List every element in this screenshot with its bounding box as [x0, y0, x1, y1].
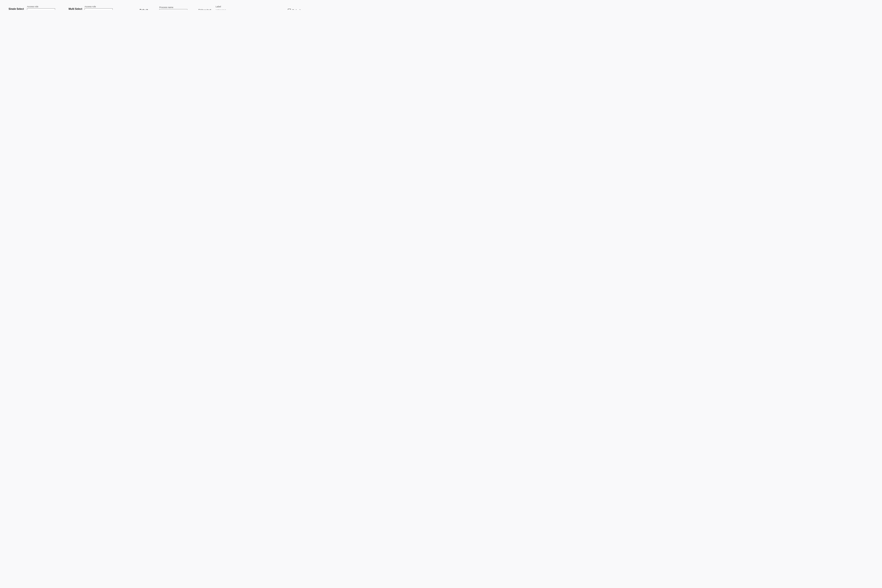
checkbox-default[interactable]	[288, 9, 291, 10]
tf-default-row: Default	[140, 9, 148, 10]
single-select-value: Option 6	[28, 10, 38, 10]
cb-default-row: Default	[274, 9, 283, 10]
tf2-helper-row: Helper text	[198, 9, 211, 10]
multi-select-label: Access role	[84, 5, 113, 8]
tf2-helper-text: Helper text...	[216, 9, 227, 10]
multi-select[interactable]: ▾	[84, 8, 113, 10]
single-select[interactable]: Option 6 ▾	[27, 8, 55, 10]
single-select-title: Single Select	[9, 8, 24, 10]
single-select-access-role-label: Access role	[27, 5, 55, 8]
tf2-helper-label: Label	[216, 5, 244, 8]
tf-default-input[interactable]	[159, 9, 188, 10]
multi-select-title: Multi Select	[69, 8, 82, 10]
tf-default-label: Process name	[159, 6, 188, 9]
cb-default-label: Default	[292, 9, 301, 10]
